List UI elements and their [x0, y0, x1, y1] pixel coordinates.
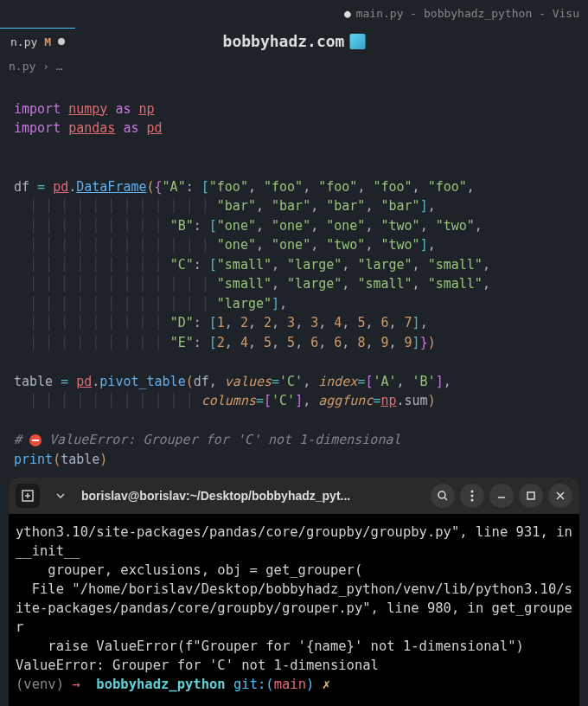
tab-filename: n.py [10, 35, 37, 48]
svg-point-4 [471, 499, 474, 502]
dropdown-button[interactable] [48, 484, 73, 508]
tab-main-py[interactable]: n.py M [0, 28, 75, 55]
menu-button[interactable] [460, 484, 484, 508]
git-modified-badge: M [44, 35, 51, 48]
search-button[interactable] [431, 484, 455, 508]
editor-tabbar: n.py M bobbyhadz.com [0, 26, 588, 56]
svg-point-2 [471, 491, 474, 493]
new-tab-button[interactable] [16, 484, 40, 508]
code-editor[interactable]: import numpy as np import pandas as pd d… [0, 76, 588, 472]
svg-point-3 [471, 495, 474, 497]
close-icon [555, 491, 566, 501]
search-icon [437, 490, 449, 502]
stop-sign-icon [29, 434, 42, 446]
cube-icon [349, 34, 365, 49]
unsaved-dot-icon [58, 38, 65, 45]
terminal-window: borislav@borislav:~/Desktop/bobbyhadz_py… [9, 478, 579, 706]
minimize-button[interactable] [489, 484, 514, 508]
window-titlebar: ● main.py - bobbyhadz_python - Visu [0, 0, 588, 26]
close-button[interactable] [548, 484, 572, 508]
minimize-icon [496, 491, 507, 501]
watermark: bobbyhadz.com [223, 32, 366, 50]
svg-point-1 [438, 491, 445, 498]
maximize-icon [526, 491, 536, 501]
terminal-output[interactable]: ython3.10/site-packages/pandas/core/grou… [9, 514, 579, 706]
breadcrumb[interactable]: n.py › … [0, 56, 588, 76]
terminal-header: borislav@borislav:~/Desktop/bobbyhadz_py… [9, 478, 579, 514]
plus-box-icon [22, 490, 34, 502]
modified-dot-icon: ● [344, 7, 351, 20]
kebab-menu-icon [470, 490, 474, 502]
svg-rect-5 [527, 492, 534, 499]
chevron-down-icon [56, 493, 65, 498]
window-title: main.py - bobbyhadz_python - Visu [356, 7, 579, 20]
maximize-button[interactable] [519, 484, 543, 508]
terminal-title: borislav@borislav:~/Desktop/bobbyhadz_py… [81, 489, 422, 503]
